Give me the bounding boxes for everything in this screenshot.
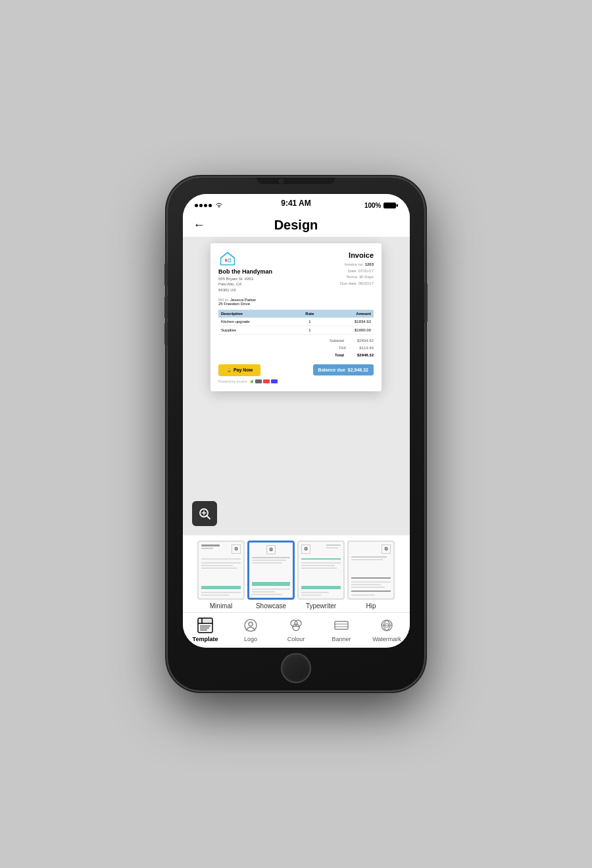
invoice-meta: Invoice no: 1203 Date: 07/31/17 Terms: 3…: [340, 262, 374, 287]
template-minimal[interactable]: ⚙ Minimal: [197, 541, 245, 610]
template-selector: ⚙ Minimal: [183, 535, 410, 612]
svg-rect-20: [335, 621, 348, 629]
status-bar: 9:41 AM 100%: [183, 194, 410, 214]
svg-rect-2: [225, 259, 227, 262]
tab-label-banner: Banner: [332, 636, 351, 642]
pay-now-button[interactable]: 🔒 Pay Now: [218, 364, 260, 376]
house-icon: [218, 251, 237, 266]
signal-dot: [204, 204, 207, 207]
subtotal-row: Subtotal $2834.92: [218, 337, 374, 345]
template-thumb-hip[interactable]: ⚙: [347, 541, 395, 600]
invoice-table: Description Rate Amount Kitchen upgrade …: [218, 310, 374, 335]
status-right: 100%: [364, 202, 398, 209]
wifi-icon: [215, 202, 223, 210]
template-label-hip: Hip: [366, 602, 376, 610]
zoom-button[interactable]: [192, 501, 217, 526]
svg-point-19: [293, 624, 299, 631]
powered-by: Powered by Invoice 🔰: [218, 379, 374, 383]
battery-icon: [383, 202, 398, 209]
table-row: Kitchen upgrade 1 $1834.92: [218, 318, 374, 326]
tax-row: TAX $113.40: [218, 345, 374, 352]
svg-rect-0: [383, 203, 396, 208]
svg-rect-9: [198, 618, 212, 623]
camera-bar: [257, 178, 335, 184]
battery-pct: 100%: [364, 202, 382, 209]
back-button[interactable]: ←: [193, 218, 205, 232]
tab-label-logo: Logo: [244, 636, 257, 642]
invoice-totals: Subtotal $2834.92 TAX $113.40 Total $294…: [218, 337, 374, 358]
balance-due-box: Balance due $2,948.32: [313, 364, 374, 375]
invoice-footer: 🔒 Pay Now Balance due $2,948.32: [218, 364, 374, 376]
tab-template[interactable]: Template: [188, 617, 222, 642]
watermark-icon: [378, 617, 395, 634]
svg-rect-3: [228, 259, 230, 262]
phone-shell: 9:41 AM 100% ← Design: [168, 178, 424, 690]
logo-icon: [242, 617, 259, 634]
total-row: Total $2948.32: [218, 352, 374, 359]
invoice-document: Bob the Handyman 555 Bryant St. #263 Pal…: [210, 243, 382, 391]
tab-banner[interactable]: Banner: [324, 617, 358, 642]
nav-header: ← Design: [183, 214, 410, 237]
invoice-title-block: Invoice Invoice no: 1203 Date: 07/31/17 …: [340, 251, 374, 287]
bill-to: Bill to: Jessica Parker 25 Freedom Drive: [218, 298, 374, 306]
company-name: Bob the Handyman: [218, 268, 272, 275]
col-rate: Rate: [294, 310, 325, 318]
phone-screen: 9:41 AM 100% ← Design: [183, 194, 410, 648]
tab-logo[interactable]: Logo: [234, 617, 268, 642]
tab-watermark[interactable]: Watermark: [370, 617, 404, 642]
bottom-tab-bar: Template Logo: [183, 612, 410, 648]
signal-dots: [195, 204, 212, 207]
template-thumb-minimal[interactable]: ⚙: [197, 541, 245, 600]
invoice-logo-block: Bob the Handyman 555 Bryant St. #263 Pal…: [218, 251, 272, 293]
template-label-typewriter: Typewriter: [306, 602, 336, 610]
template-label-showcase: Showcase: [256, 602, 286, 610]
status-left: [195, 202, 223, 210]
template-showcase[interactable]: ⚙ Showcase: [247, 541, 295, 610]
colour-icon: [287, 617, 305, 634]
col-amount: Amount: [325, 310, 374, 318]
col-description: Description: [218, 310, 294, 318]
svg-point-18: [295, 620, 301, 627]
tab-label-watermark: Watermark: [372, 636, 401, 642]
preview-area: Bob the Handyman 555 Bryant St. #263 Pal…: [183, 237, 410, 535]
tab-label-colour: Colour: [287, 636, 305, 642]
template-typewriter[interactable]: ⚙: [297, 541, 345, 610]
signal-dot: [195, 204, 198, 207]
table-row: Supplies 1 $1000.00: [218, 326, 374, 335]
tab-colour[interactable]: Colour: [279, 617, 313, 642]
svg-line-5: [207, 516, 210, 519]
zoom-icon: [198, 507, 211, 520]
invoice-title: Invoice: [340, 251, 374, 259]
template-icon: [197, 617, 214, 634]
template-label-minimal: Minimal: [210, 602, 232, 610]
template-hip[interactable]: ⚙ Hip: [347, 541, 395, 610]
tab-label-template: Template: [193, 636, 218, 642]
status-time: 9:41 AM: [281, 199, 311, 208]
invoice-header: Bob the Handyman 555 Bryant St. #263 Pal…: [218, 251, 374, 293]
template-thumb-typewriter[interactable]: ⚙: [297, 541, 345, 600]
svg-rect-1: [396, 205, 398, 207]
signal-dot: [199, 204, 203, 207]
banner-icon: [333, 617, 350, 634]
company-address: 555 Bryant St. #263 Palo Alto, CA 94301 …: [218, 276, 272, 293]
signal-dot: [209, 204, 212, 207]
page-title: Design: [274, 218, 318, 233]
home-button[interactable]: [281, 653, 311, 683]
svg-point-16: [249, 622, 253, 626]
camera-dot: [279, 179, 284, 183]
template-thumb-showcase[interactable]: ⚙: [247, 541, 295, 600]
